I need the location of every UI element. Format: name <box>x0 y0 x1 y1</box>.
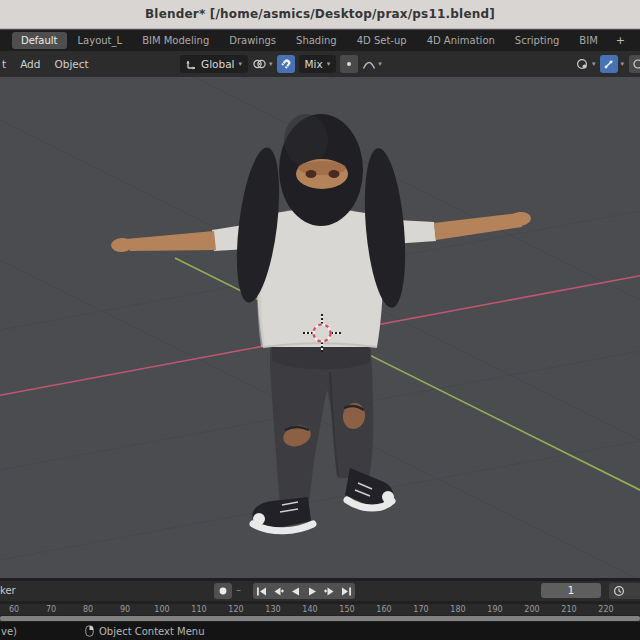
transform-orientation-dropdown[interactable]: Global ▾ <box>180 55 248 73</box>
proportional-editing-toggle[interactable] <box>340 55 358 73</box>
ruler-tick: 100 <box>154 605 169 614</box>
ruler-tick: 140 <box>302 605 317 614</box>
eye-left <box>306 170 317 178</box>
ruler-tick: 70 <box>46 605 56 614</box>
show-gizmo-dropdown[interactable]: ▾ <box>600 55 624 73</box>
workspace-tab-bim-modeling[interactable]: BIM Modeling <box>133 32 218 49</box>
chevron-down-icon: ▾ <box>592 61 596 68</box>
ruler-tick: 160 <box>376 605 391 614</box>
shading-mode-button[interactable] <box>629 55 640 73</box>
timeline-ruler[interactable]: 6070809010011012013014015016017018019020… <box>0 604 640 615</box>
workspace-tab-shading[interactable]: Shading <box>287 32 346 49</box>
workspace-tab-default[interactable]: Default <box>12 32 67 49</box>
chevron-down-icon: ▾ <box>620 61 624 68</box>
magnet-icon <box>280 58 292 70</box>
jump-to-start-button[interactable] <box>253 583 270 599</box>
snap-toggle-button[interactable] <box>277 55 295 73</box>
current-frame-field[interactable]: 1 <box>541 583 601 598</box>
scrollbar-thumb[interactable] <box>0 616 640 621</box>
marker-menu-fragment[interactable]: ker <box>0 585 16 596</box>
workspace-tabbar: DefaultLayout_LBIM ModelingDrawingsShadi… <box>0 30 640 51</box>
workspace-tab-layout-l[interactable]: Layout_L <box>69 32 132 49</box>
pivot-point-dropdown[interactable]: ▾ <box>252 57 273 71</box>
scene-canvas <box>0 77 640 578</box>
snap-with-dropdown[interactable]: Mix ▾ <box>299 55 337 73</box>
keying-set-dash: – <box>236 584 241 595</box>
ruler-tick: 200 <box>524 605 539 614</box>
chevron-down-icon: ▾ <box>378 61 382 68</box>
timeline-header: ker – 1 <box>0 581 640 601</box>
chevron-down-icon: ▾ <box>269 61 273 68</box>
ruler-tick: 210 <box>561 605 576 614</box>
shading-sphere-icon <box>632 58 640 70</box>
eye-right <box>329 170 340 178</box>
ruler-tick: 170 <box>413 605 428 614</box>
ruler-tick: 90 <box>120 605 130 614</box>
jump-to-end-button[interactable] <box>338 583 355 599</box>
snap-mode-label: Mix <box>305 58 323 70</box>
workspace-tab-scripting[interactable]: Scripting <box>506 32 568 49</box>
select-menu-fragment[interactable]: t <box>2 58 6 70</box>
playback-sync-button[interactable] <box>609 583 640 599</box>
orientation-label: Global <box>201 58 235 70</box>
gizmo-arrow-icon <box>603 58 615 70</box>
record-dot-icon <box>218 586 228 596</box>
playback-controls <box>253 583 355 599</box>
play-button[interactable] <box>304 583 321 599</box>
view3d-header: t Add Object Global ▾ ▾ <box>0 51 640 77</box>
window-title: Blender* [/home/asmics/Desktop/prax/ps11… <box>145 7 495 21</box>
mouse-right-click-icon <box>85 625 94 637</box>
status-bar: ve) Object Context Menu <box>0 622 640 640</box>
workspace-tab-4d-set-up[interactable]: 4D Set-up <box>348 32 416 49</box>
ruler-tick: 180 <box>450 605 465 614</box>
chevron-down-icon: ▾ <box>239 61 243 68</box>
menu-object[interactable]: Object <box>54 58 88 70</box>
ruler-tick: 80 <box>83 605 93 614</box>
ruler-tick: 190 <box>487 605 502 614</box>
status-left-fragment: ve) <box>1 626 17 637</box>
proportional-falloff-dropdown[interactable]: ▾ <box>362 58 382 70</box>
ruler-tick: 220 <box>598 605 613 614</box>
ruler-tick: 130 <box>265 605 280 614</box>
character-sneakers <box>252 468 394 531</box>
gizmo-toggle-button[interactable] <box>600 55 618 73</box>
add-workspace-button[interactable]: + <box>609 31 632 50</box>
ruler-tick: 110 <box>191 605 206 614</box>
orientation-icon <box>186 59 197 70</box>
timeline-scrollbar[interactable] <box>0 615 640 622</box>
menu-add[interactable]: Add <box>20 58 40 70</box>
proportional-dot-icon <box>344 59 354 69</box>
show-overlays-dropdown[interactable]: ▾ <box>575 57 596 71</box>
play-reverse-button[interactable] <box>287 583 304 599</box>
pivot-icon <box>252 57 267 71</box>
ruler-tick: 120 <box>228 605 243 614</box>
ruler-tick: 60 <box>9 605 19 614</box>
workspace-tab-4d-animation[interactable]: 4D Animation <box>418 32 504 49</box>
prev-keyframe-button[interactable] <box>270 583 287 599</box>
next-keyframe-button[interactable] <box>321 583 338 599</box>
auto-keying-record-button[interactable] <box>214 583 232 599</box>
ruler-tick: 150 <box>339 605 354 614</box>
chevron-down-icon: ▾ <box>327 61 331 68</box>
viewport-3d[interactable] <box>0 77 640 578</box>
workspace-tab-drawings[interactable]: Drawings <box>220 32 285 49</box>
workspace-tab-bim[interactable]: BIM <box>570 32 606 49</box>
context-menu-hint: Object Context Menu <box>99 626 205 637</box>
falloff-curve-icon <box>362 58 376 70</box>
overlays-icon <box>575 57 590 71</box>
clock-icon <box>613 585 625 597</box>
window-titlebar[interactable]: Blender* [/home/asmics/Desktop/prax/ps11… <box>0 0 640 29</box>
